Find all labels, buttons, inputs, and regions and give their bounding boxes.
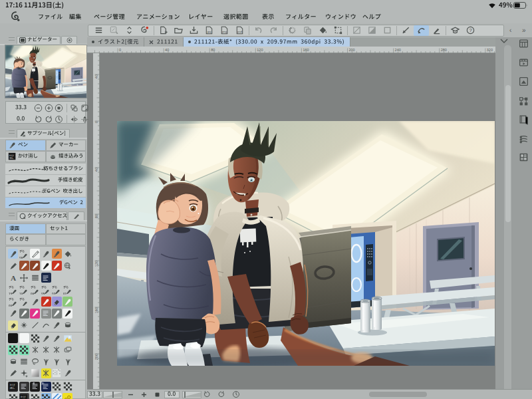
fit-window-button[interactable] bbox=[80, 104, 89, 112]
pen-deg-tool[interactable] bbox=[8, 285, 18, 295]
menu-item-3[interactable] bbox=[94, 13, 125, 22]
zoom-value-box[interactable] bbox=[87, 391, 102, 398]
marker-tool[interactable] bbox=[8, 261, 18, 271]
line-tool[interactable] bbox=[30, 321, 40, 331]
dark-texture-tool[interactable]: かけ消し bbox=[19, 393, 29, 399]
quick-access-set-3[interactable] bbox=[5, 234, 46, 245]
redo-button[interactable] bbox=[266, 25, 281, 36]
subtool-list-button[interactable] bbox=[518, 134, 529, 145]
zoom-slider[interactable] bbox=[103, 391, 122, 398]
pen-nib-tool[interactable] bbox=[41, 333, 51, 343]
xburst-tool[interactable] bbox=[41, 345, 51, 355]
pen-deg-tool[interactable] bbox=[63, 285, 72, 295]
pen-nib-tool[interactable] bbox=[8, 249, 18, 259]
open-file-button[interactable] bbox=[171, 25, 186, 36]
noise-tool[interactable] bbox=[52, 368, 62, 378]
pen-deg-tool[interactable] bbox=[52, 285, 62, 295]
snap-vanish-button[interactable] bbox=[429, 25, 444, 36]
rotate-reset-button[interactable] bbox=[232, 390, 240, 398]
checker-tool[interactable] bbox=[8, 345, 18, 355]
brush-item-1[interactable] bbox=[5, 164, 86, 175]
menu-item-6[interactable] bbox=[223, 13, 249, 22]
grass-tool[interactable] bbox=[52, 356, 62, 366]
cylinder-tool[interactable] bbox=[63, 321, 72, 331]
clip-studio-button[interactable] bbox=[137, 25, 152, 36]
brush-item-3[interactable] bbox=[5, 186, 86, 198]
menu-item-4[interactable] bbox=[136, 13, 180, 22]
navigator-sub-tab[interactable] bbox=[61, 36, 77, 44]
document-tab-3[interactable] bbox=[184, 37, 350, 47]
checker-tool[interactable] bbox=[30, 393, 40, 399]
tutorial-button[interactable] bbox=[448, 25, 463, 36]
rotate-reset-button[interactable] bbox=[55, 115, 63, 124]
rotate-ccw-button[interactable] bbox=[34, 115, 43, 124]
dark-kanji-tool[interactable] bbox=[41, 309, 51, 319]
clip-studio-logo[interactable] bbox=[11, 11, 21, 22]
help-button[interactable]: ? bbox=[463, 25, 478, 36]
collapse-right-arrow[interactable]: » bbox=[522, 27, 526, 34]
canvas-artwork[interactable] bbox=[117, 121, 495, 366]
quick-access-tab[interactable] bbox=[17, 211, 67, 220]
grass-tool[interactable] bbox=[41, 356, 51, 366]
pencil-tool[interactable] bbox=[30, 249, 40, 259]
zoom-out-button[interactable] bbox=[128, 392, 134, 398]
new-file-button[interactable] bbox=[156, 25, 171, 36]
checker-tool[interactable] bbox=[30, 333, 40, 343]
pen-white-tool[interactable] bbox=[19, 261, 29, 271]
menu-item-7[interactable] bbox=[262, 13, 275, 22]
black-square-tool[interactable] bbox=[8, 333, 18, 343]
layer-book-button[interactable] bbox=[518, 114, 529, 125]
rotate-cw-button[interactable] bbox=[45, 115, 53, 124]
checker-tool[interactable] bbox=[52, 382, 62, 392]
dark-kanji-tool[interactable] bbox=[19, 382, 29, 392]
pen-deg-tool[interactable] bbox=[30, 285, 40, 295]
menu-item-2[interactable] bbox=[69, 13, 82, 22]
lasso-tool[interactable] bbox=[30, 356, 40, 366]
grass-tool[interactable] bbox=[63, 356, 72, 366]
dark-kanji-tool[interactable] bbox=[41, 382, 51, 392]
pen-nib-tool[interactable] bbox=[8, 309, 18, 319]
document-tab-2[interactable] bbox=[144, 37, 184, 47]
paste-button[interactable] bbox=[300, 25, 315, 36]
navigator-thumbnail[interactable] bbox=[5, 45, 86, 98]
collapse-button[interactable] bbox=[122, 25, 137, 36]
checker-tool[interactable] bbox=[8, 393, 18, 399]
pen-nib-tool[interactable] bbox=[52, 321, 62, 331]
close-icon[interactable] bbox=[149, 40, 154, 45]
gradient-tool[interactable] bbox=[30, 368, 40, 378]
rotate-cw-button[interactable] bbox=[217, 390, 225, 398]
quick-access-sub-tab[interactable] bbox=[68, 211, 84, 220]
transform-button[interactable] bbox=[331, 25, 346, 36]
pen-white-tool[interactable] bbox=[63, 297, 72, 307]
palette-grip[interactable] bbox=[9, 213, 15, 216]
canvas-view-button[interactable] bbox=[518, 76, 529, 87]
undo-button[interactable] bbox=[251, 25, 266, 36]
move-cross-tool[interactable] bbox=[19, 273, 29, 283]
save-button[interactable] bbox=[186, 25, 201, 36]
hlines-tool[interactable] bbox=[19, 356, 29, 366]
export-png-button[interactable]: png bbox=[217, 25, 232, 36]
subtool-group-2[interactable] bbox=[46, 140, 86, 151]
pen-white-tool[interactable] bbox=[52, 261, 62, 271]
layers-two-tool[interactable] bbox=[63, 345, 72, 355]
quick-access-set-2[interactable] bbox=[46, 223, 86, 234]
quick-access-set-1[interactable] bbox=[5, 223, 46, 234]
page-manager-button[interactable] bbox=[518, 38, 529, 49]
deselect-button[interactable] bbox=[349, 25, 364, 36]
dark-texture-tool[interactable]: かけ消し bbox=[8, 382, 18, 392]
sparkle-tool[interactable] bbox=[19, 368, 29, 378]
pen-deg-tool[interactable] bbox=[8, 297, 18, 307]
subtool-group-4[interactable] bbox=[46, 151, 86, 162]
eraser-tool[interactable] bbox=[52, 297, 62, 307]
curve-tool[interactable] bbox=[41, 321, 51, 331]
cylinder-tool[interactable] bbox=[8, 356, 18, 366]
menu-item-1[interactable] bbox=[38, 13, 63, 22]
pen-white-tool[interactable] bbox=[41, 297, 51, 307]
menu-item-5[interactable] bbox=[188, 13, 213, 22]
invert-selection-button[interactable] bbox=[364, 25, 380, 36]
photo-tool[interactable] bbox=[63, 333, 72, 343]
menu-item-9[interactable] bbox=[325, 13, 356, 22]
navigator-tab[interactable] bbox=[17, 36, 61, 44]
pen-nib-tool[interactable] bbox=[52, 333, 62, 343]
pen-white-tool[interactable] bbox=[52, 309, 62, 319]
